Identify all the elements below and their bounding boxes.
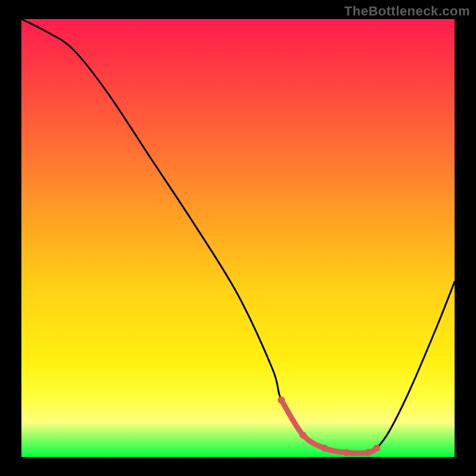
chart-frame: TheBottleneck.com	[0, 0, 476, 476]
watermark-label: TheBottleneck.com	[345, 4, 470, 19]
plot-area	[21, 19, 455, 457]
bottom-highlight-path	[281, 400, 377, 453]
highlight-dot	[321, 444, 328, 452]
curve-layer	[21, 19, 455, 457]
highlight-dot	[343, 449, 350, 456]
highlight-dot	[299, 431, 306, 439]
bottleneck-curve-path	[21, 19, 455, 453]
highlight-dot	[278, 396, 285, 403]
highlight-dot	[364, 449, 371, 456]
highlight-dot	[373, 444, 380, 452]
